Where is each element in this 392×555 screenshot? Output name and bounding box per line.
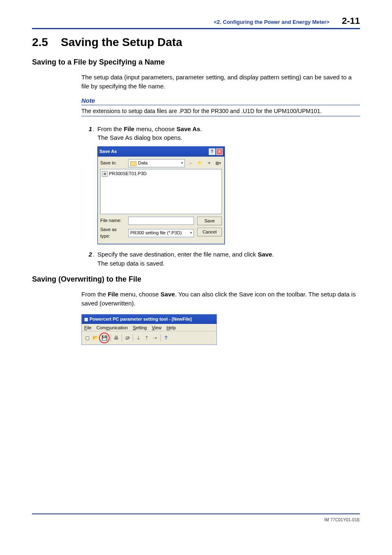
step1-text: From the File menu, choose Save As. [97, 125, 225, 134]
chevron-down-icon: ▼ [189, 231, 193, 236]
filename-input[interactable] [128, 217, 194, 225]
save-icon[interactable]: 💾 [101, 335, 108, 341]
saveastype-combo[interactable]: PR300 setting file (*.P3D) ▼ [128, 229, 194, 237]
note-body: The extensions to setup data files are .… [81, 105, 360, 116]
newfolder-icon[interactable]: ✶ [205, 160, 213, 167]
file-item[interactable]: ▦ PR300SET01.P3D [102, 171, 220, 177]
chevron-down-icon: ▼ [180, 161, 184, 166]
app-icon: ▦ [84, 317, 88, 321]
header-rule [32, 28, 360, 29]
up-icon[interactable]: 📁 [196, 160, 204, 167]
app-menu: File Communication Setting View Help [82, 324, 217, 331]
transfer-icon[interactable]: ⇢ [151, 334, 159, 342]
download-icon[interactable]: ⇣ [135, 334, 142, 342]
menu-view[interactable]: View [152, 325, 161, 330]
subsection-saving-overwrite: Saving (Overwriting) to the File [32, 275, 360, 284]
open-icon[interactable]: 📂 [92, 334, 99, 342]
saveastype-label: Save as type: [100, 227, 126, 240]
menu-setting[interactable]: Setting [133, 325, 147, 330]
file-icon: ▦ [102, 171, 108, 177]
help-icon[interactable]: ? [162, 334, 170, 342]
note-block: Note The extensions to setup data files … [81, 97, 360, 116]
step-number-2: 2 [81, 250, 92, 268]
separator [160, 334, 161, 342]
filename-label: File name: [100, 217, 126, 224]
savein-combo[interactable]: Data ▼ [128, 159, 185, 167]
overwrite-paragraph: From the File menu, choose Save. You can… [81, 290, 360, 308]
close-icon[interactable]: × [216, 148, 223, 155]
step2-text: Specify the save destination, enter the … [97, 250, 274, 259]
savein-label: Save in: [100, 160, 126, 166]
footer-rule [32, 513, 360, 514]
header-page-number: 2-11 [342, 16, 360, 26]
header-chapter: <2. Configuring the Power and Energy Met… [214, 19, 330, 25]
step1-sub: The Save As dialog box opens. [97, 133, 225, 142]
save-button[interactable]: Save [197, 217, 222, 225]
device-icon[interactable]: 🖳 [124, 334, 131, 342]
dialog-title: Save As [99, 148, 117, 155]
back-icon[interactable]: ← [187, 160, 195, 167]
section-title: 2.5Saving the Setup Data [32, 36, 360, 49]
separator [133, 334, 133, 342]
viewmenu-icon[interactable]: ▦▾ [214, 160, 222, 167]
page-footer: IM 77C01Y01-01E [32, 510, 360, 522]
subsection-saving-by-name: Saving to a File by Specifying a Name [32, 58, 360, 67]
folder-icon [130, 161, 136, 166]
app-toolbar: ▢ 📂 💾 🖶 🖳 ⇣ ⇡ ⇢ ? [82, 331, 217, 345]
save-highlight-circle: 💾 [99, 333, 110, 343]
menu-communication[interactable]: Communication [97, 325, 128, 330]
menu-help[interactable]: Help [166, 325, 176, 330]
help-icon[interactable]: ? [209, 148, 215, 155]
app-title: Powercert PC parameter setting tool - [N… [90, 317, 192, 321]
upload-icon[interactable]: ⇡ [143, 334, 150, 342]
separator [122, 334, 122, 342]
app-window: ▦ Powercert PC parameter setting tool - … [81, 314, 217, 345]
footer-docid: IM 77C01Y01-01E [32, 518, 360, 522]
menu-file[interactable]: File [84, 325, 92, 330]
intro-paragraph: The setup data (input parameters, parame… [81, 73, 360, 91]
step-number-1: 1 [81, 125, 92, 249]
saveas-dialog: Save As ? × Save in: Data ▼ [97, 146, 225, 244]
separator [111, 334, 111, 342]
step2-sub: The setup data is saved. [97, 259, 274, 268]
file-list[interactable]: ▦ PR300SET01.P3D [100, 169, 222, 214]
note-label: Note [81, 97, 360, 105]
new-icon[interactable]: ▢ [83, 334, 91, 342]
print-icon[interactable]: 🖶 [113, 334, 120, 342]
cancel-button[interactable]: Cancel [197, 228, 222, 236]
